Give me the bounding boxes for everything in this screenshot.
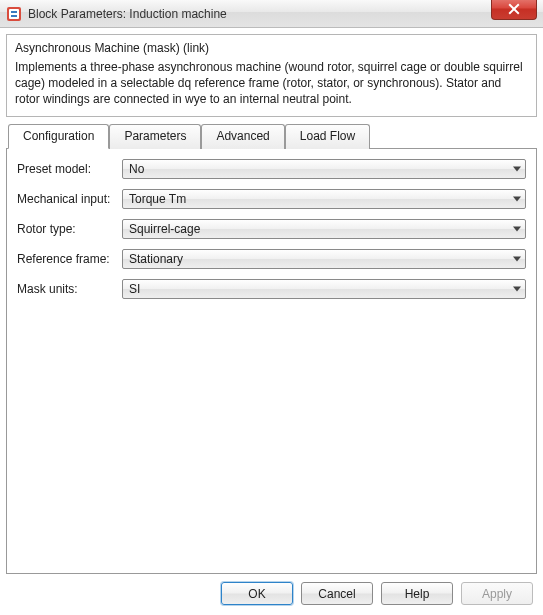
svg-rect-2	[11, 11, 17, 13]
app-icon	[6, 6, 22, 22]
mask-description-box: Asynchronous Machine (mask) (link) Imple…	[6, 34, 537, 117]
select-mask-units-value: SI	[129, 282, 140, 296]
button-bar: OK Cancel Help Apply	[6, 574, 537, 609]
chevron-down-icon	[513, 196, 521, 201]
select-mask-units[interactable]: SI	[122, 279, 526, 299]
tab-parameters[interactable]: Parameters	[109, 124, 201, 149]
label-mechanical-input: Mechanical input:	[17, 192, 122, 206]
help-button[interactable]: Help	[381, 582, 453, 605]
select-preset-model[interactable]: No	[122, 159, 526, 179]
select-preset-model-value: No	[129, 162, 144, 176]
row-rotor-type: Rotor type: Squirrel-cage	[17, 219, 526, 239]
label-rotor-type: Rotor type:	[17, 222, 122, 236]
tab-area: Configuration Parameters Advanced Load F…	[6, 123, 537, 574]
select-reference-frame-value: Stationary	[129, 252, 183, 266]
mask-description: Implements a three-phase asynchronous ma…	[15, 59, 528, 108]
svg-rect-1	[9, 9, 19, 19]
label-reference-frame: Reference frame:	[17, 252, 122, 266]
tab-panel-configuration: Preset model: No Mechanical input: Torqu…	[6, 148, 537, 574]
chevron-down-icon	[513, 286, 521, 291]
row-preset-model: Preset model: No	[17, 159, 526, 179]
apply-button: Apply	[461, 582, 533, 605]
mask-heading: Asynchronous Machine (mask) (link)	[15, 41, 528, 55]
svg-rect-3	[11, 15, 17, 17]
tab-advanced[interactable]: Advanced	[201, 124, 284, 149]
tab-load-flow[interactable]: Load Flow	[285, 124, 370, 149]
row-reference-frame: Reference frame: Stationary	[17, 249, 526, 269]
close-icon	[508, 3, 520, 15]
select-rotor-type[interactable]: Squirrel-cage	[122, 219, 526, 239]
dialog-body: Asynchronous Machine (mask) (link) Imple…	[0, 28, 543, 615]
titlebar: Block Parameters: Induction machine	[0, 0, 543, 28]
select-mechanical-input-value: Torque Tm	[129, 192, 186, 206]
spacer	[17, 309, 526, 563]
row-mask-units: Mask units: SI	[17, 279, 526, 299]
close-button[interactable]	[491, 0, 537, 20]
chevron-down-icon	[513, 166, 521, 171]
select-mechanical-input[interactable]: Torque Tm	[122, 189, 526, 209]
label-mask-units: Mask units:	[17, 282, 122, 296]
window-title: Block Parameters: Induction machine	[28, 7, 227, 21]
chevron-down-icon	[513, 226, 521, 231]
tab-configuration[interactable]: Configuration	[8, 124, 109, 149]
label-preset-model: Preset model:	[17, 162, 122, 176]
ok-button[interactable]: OK	[221, 582, 293, 605]
select-reference-frame[interactable]: Stationary	[122, 249, 526, 269]
select-rotor-type-value: Squirrel-cage	[129, 222, 200, 236]
tabstrip: Configuration Parameters Advanced Load F…	[6, 123, 537, 148]
cancel-button[interactable]: Cancel	[301, 582, 373, 605]
row-mechanical-input: Mechanical input: Torque Tm	[17, 189, 526, 209]
chevron-down-icon	[513, 256, 521, 261]
